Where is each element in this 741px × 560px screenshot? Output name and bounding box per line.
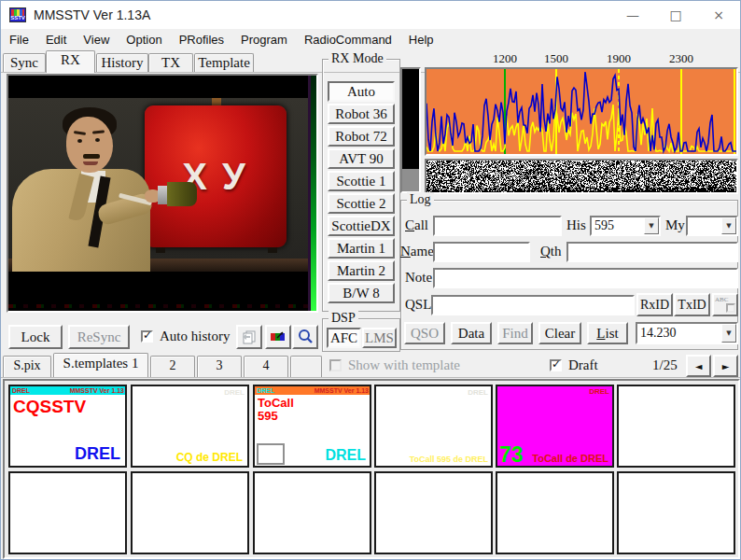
- qsl-input[interactable]: [431, 295, 635, 315]
- brush-ferrule: [158, 186, 167, 204]
- presenter-mouth: [83, 161, 98, 165]
- template-thumb-12[interactable]: [617, 471, 735, 554]
- menu-profiles[interactable]: PRofiles: [171, 31, 232, 49]
- minimize-button[interactable]: —: [611, 1, 654, 29]
- pager-next-button[interactable]: ►: [713, 355, 738, 377]
- rx-mode-scottie2[interactable]: Scottie 2: [328, 193, 395, 214]
- call-label: Call: [405, 217, 428, 233]
- tab-stemplates2[interactable]: 2: [150, 356, 195, 377]
- frequency-combobox[interactable]: 14.230 ▼: [636, 322, 738, 344]
- picture-button[interactable]: [265, 325, 291, 349]
- frequency-scale: 1200 1500 1900 2300: [1, 51, 741, 66]
- menu-program[interactable]: Program: [232, 31, 296, 49]
- waterfall-display[interactable]: [425, 159, 738, 194]
- txid-button[interactable]: TxID: [674, 293, 710, 316]
- template-thumb-2[interactable]: DREL CQ de DREL: [131, 385, 249, 468]
- template-thumb-5[interactable]: DREL 73 ToCall de DREL: [496, 385, 614, 468]
- tab-stemplates-empty[interactable]: [290, 356, 322, 377]
- draft-label: Draft: [568, 357, 598, 373]
- list-button[interactable]: List: [587, 322, 628, 344]
- call-input[interactable]: [433, 216, 562, 236]
- template-thumb-6[interactable]: [617, 385, 735, 468]
- rx-image-panel[interactable]: ХУ: [7, 74, 318, 313]
- qth-input[interactable]: [566, 242, 738, 262]
- menu-view[interactable]: View: [75, 31, 118, 49]
- his-dropdown-arrow-icon[interactable]: ▼: [644, 217, 659, 234]
- his-combobox[interactable]: 595 ▼: [590, 216, 661, 236]
- rx-mode-avt90[interactable]: AVT 90: [328, 148, 395, 169]
- left-arrow-icon: ◄: [695, 361, 703, 371]
- name-label: Name: [400, 244, 434, 259]
- rx-mode-scottie1[interactable]: Scottie 1: [328, 171, 395, 191]
- dsp-label: DSP: [329, 311, 358, 326]
- app-icon-text: SSTV: [10, 15, 25, 21]
- red-board: ХУ: [145, 105, 287, 247]
- menu-radiocommand[interactable]: RadioCommand: [296, 31, 400, 49]
- tab-spix[interactable]: S.pix: [3, 356, 51, 377]
- frequency-dropdown-arrow-icon[interactable]: ▼: [721, 324, 736, 343]
- sstv-sync-stripe: [311, 76, 316, 311]
- rx-mode-scottiedx[interactable]: ScottieDX: [328, 216, 395, 236]
- tab-stemplates1[interactable]: S.templates 1: [53, 353, 148, 377]
- thumb2-ghost: DREL: [224, 388, 245, 397]
- rx-mode-auto[interactable]: Auto: [328, 81, 395, 102]
- draft-checkbox[interactable]: [550, 359, 562, 371]
- my-combobox[interactable]: ▼: [686, 216, 738, 236]
- rx-mode-martin2[interactable]: Martin 2: [328, 260, 395, 281]
- magnifier-button[interactable]: [292, 325, 318, 349]
- rxid-button[interactable]: RxID: [636, 293, 673, 316]
- rx-mode-martin1[interactable]: Martin 1: [328, 238, 395, 259]
- spectrum-display[interactable]: [425, 67, 738, 156]
- template-thumb-1[interactable]: DREL MMSSTV Ver 1.13 CQSSTV DREL: [8, 385, 127, 468]
- magnifier-icon: [297, 329, 314, 345]
- app-icon: SSTV: [9, 7, 26, 22]
- rx-mode-bw8[interactable]: B/W 8: [328, 283, 395, 303]
- template-thumb-10[interactable]: [374, 471, 493, 554]
- thumb3-callsign: DREL: [257, 386, 274, 395]
- freq-label-2300: 2300: [669, 51, 693, 66]
- sstv-noise-line: [8, 304, 316, 308]
- spectrum-traces: [426, 69, 736, 154]
- my-dropdown-arrow-icon[interactable]: ▼: [721, 217, 736, 234]
- rx-mode-robot72[interactable]: Robot 72: [328, 126, 395, 147]
- thumb3-tocall: ToCall: [258, 396, 294, 410]
- template-thumb-3[interactable]: DREL MMSSTV Ver 1.13 ToCall 595 DREL: [253, 385, 371, 468]
- name-input[interactable]: [433, 242, 530, 262]
- menu-edit[interactable]: Edit: [37, 31, 75, 49]
- menu-help[interactable]: Help: [400, 31, 442, 49]
- template-thumb-7[interactable]: [8, 471, 127, 554]
- tab-rx[interactable]: RX: [46, 50, 95, 73]
- thumb4-ghost: DREL: [468, 388, 488, 397]
- note-input[interactable]: [433, 268, 738, 288]
- signal-level-fill: [402, 169, 419, 191]
- menu-option[interactable]: Option: [118, 31, 170, 49]
- thumb1-callsign: DREL: [12, 386, 30, 395]
- afc-button[interactable]: AFC: [327, 328, 361, 348]
- brush-bristles: [167, 182, 197, 206]
- data-button[interactable]: Data: [451, 322, 492, 344]
- tab-stemplates4[interactable]: 4: [244, 356, 288, 377]
- pager-prev-button[interactable]: ◄: [686, 355, 711, 377]
- template-thumbnails-panel: DREL MMSSTV Ver 1.13 CQSSTV DREL DREL CQ…: [3, 379, 740, 559]
- template-thumb-8[interactable]: [131, 471, 249, 554]
- show-with-template-label: Show with template: [348, 357, 460, 373]
- template-thumb-4[interactable]: DREL ToCall 595 de DREL: [374, 385, 493, 468]
- lms-button[interactable]: LMS: [362, 328, 397, 348]
- template-thumb-11[interactable]: [496, 471, 614, 554]
- thumb3-header: DREL MMSSTV Ver 1.13: [255, 386, 370, 395]
- abc-button-label: ABC: [715, 297, 728, 303]
- menu-file[interactable]: File: [1, 31, 37, 49]
- stab-divider: [1, 377, 741, 378]
- thumb3-image-box: [257, 443, 285, 465]
- close-button[interactable]: ×: [697, 1, 740, 29]
- auto-history-checkbox[interactable]: [141, 330, 153, 343]
- clear-button[interactable]: Clear: [538, 322, 581, 344]
- template-thumb-9[interactable]: [253, 471, 371, 554]
- thumb1-version: MMSSTV Ver 1.13: [70, 386, 124, 395]
- thumb3-version: MMSSTV Ver 1.13: [315, 386, 369, 395]
- my-label: My: [665, 217, 685, 233]
- maximize-button[interactable]: □: [654, 1, 697, 29]
- rx-mode-robot36[interactable]: Robot 36: [328, 104, 395, 124]
- tab-stemplates3[interactable]: 3: [197, 356, 242, 377]
- lock-button[interactable]: Lock: [8, 325, 63, 349]
